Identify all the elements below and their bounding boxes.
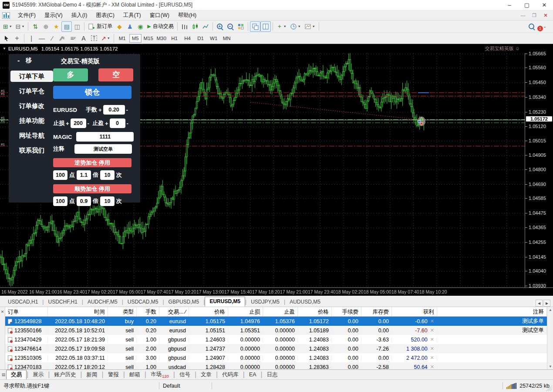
cascade-button[interactable]	[250, 21, 260, 32]
chart-tab-gbpusd-m5[interactable]: GBPUSD,M5	[164, 297, 204, 307]
new-chart-button[interactable]: ⊞▼	[1, 21, 14, 32]
close-order-icon[interactable]: ✕	[430, 328, 434, 333]
panel-minimize-button[interactable]: -	[17, 57, 20, 64]
timeframe-w1[interactable]: W1	[208, 34, 220, 43]
column-header-7[interactable]: 止盈	[263, 307, 298, 316]
notifications-button[interactable]: 1	[536, 21, 547, 32]
timeframe-m1[interactable]: M1	[116, 34, 128, 43]
chart-tab-audusd-m5[interactable]: AUDUSD,M5	[285, 297, 325, 307]
lots-minus-button[interactable]: -	[125, 107, 129, 113]
counter-times-input[interactable]	[100, 170, 115, 180]
tp-plus-button[interactable]: +	[104, 120, 110, 127]
cursor-button[interactable]	[1, 33, 12, 44]
menu-item-1[interactable]: 显示(V)	[40, 11, 67, 20]
sl-input[interactable]	[71, 118, 86, 128]
column-header-4[interactable]: 交易... ∕	[159, 307, 189, 316]
chart-tab-audchf-m5[interactable]: AUDCHF,M5	[83, 297, 122, 307]
market-watch-button[interactable]: ⇅	[30, 21, 40, 32]
close-order-icon[interactable]: ✕	[430, 364, 434, 369]
autotrade-button[interactable]: ▶自动交易	[145, 21, 175, 32]
timeframe-m30[interactable]: M30	[155, 34, 168, 43]
chart-tab-usdcad-h1[interactable]: USDCAD,H1	[3, 297, 42, 307]
line-chart-button[interactable]	[200, 21, 211, 32]
trend-points-input[interactable]	[53, 196, 67, 206]
terminal-tab-7[interactable]: 信号	[175, 370, 195, 379]
candlestick-button[interactable]	[190, 21, 200, 32]
terminal-tab-8[interactable]: 文章	[196, 370, 216, 379]
menu-item-6[interactable]: 帮助(H)	[174, 11, 201, 20]
menu-item-5[interactable]: 窗口(W)	[145, 11, 174, 20]
terminal-tab-0[interactable]: 交易	[6, 370, 27, 380]
close-button[interactable]: ✕	[536, 0, 553, 10]
periods-button[interactable]: ▼	[288, 21, 303, 32]
trend-times-input[interactable]	[100, 196, 115, 206]
vline-button[interactable]: |	[26, 33, 37, 44]
chart-close-button[interactable]: ✕	[540, 11, 551, 19]
sl-minus-button[interactable]: -	[86, 120, 91, 127]
column-header-9[interactable]: 手续费	[332, 307, 361, 316]
terminal-tab-6[interactable]: 市场120	[146, 370, 173, 379]
sounds-button[interactable]: ◉	[135, 21, 145, 32]
tp-input[interactable]	[110, 118, 125, 128]
order-row[interactable]: 1234704292022.05.17 18:21:39sell1.00gbpu…	[5, 335, 547, 344]
trend-mult-input[interactable]	[77, 196, 91, 206]
data-window-button[interactable]: ◫	[72, 21, 82, 32]
lots-plus-button[interactable]: +	[97, 107, 103, 113]
profiles-button[interactable]: ⊟▼	[14, 21, 27, 32]
close-order-icon[interactable]: ✕	[430, 337, 434, 342]
column-header-2[interactable]: 类型	[108, 307, 137, 316]
terminal-close-button[interactable]: ✕	[0, 307, 5, 314]
chart-tab-usdcad-m5[interactable]: USDCAD,M5	[123, 297, 163, 307]
lots-input[interactable]	[103, 105, 125, 115]
order-row[interactable]: 1235498282022.05.18 10:48:20buy0.20eurus…	[5, 317, 547, 326]
panel-menu-2[interactable]: 订单修改	[10, 100, 53, 112]
timeframe-h1[interactable]: H1	[169, 34, 181, 43]
order-row[interactable]: 1235501662022.05.18 10:52:01sell0.20euru…	[5, 326, 547, 335]
status-profile[interactable]: Default	[159, 382, 212, 390]
scroll-down-icon[interactable]: ▼	[549, 365, 552, 368]
column-header-5[interactable]: 价格	[189, 307, 228, 316]
menu-item-2[interactable]: 插入(I)	[67, 11, 92, 20]
search-button[interactable]	[526, 21, 536, 32]
terminal-scrollbar[interactable]: ▲ ▼	[547, 307, 553, 369]
chart-tab-eurusd-m5[interactable]: EURUSD,M5	[205, 297, 245, 307]
timeframe-h4[interactable]: H4	[182, 34, 194, 43]
comment-input[interactable]	[74, 144, 132, 154]
terminal-tab-4[interactable]: 警报	[104, 370, 123, 379]
crosshair-tool-button[interactable]: +	[12, 33, 22, 44]
community-button[interactable]: ♟	[125, 21, 135, 32]
buy-button[interactable]: 多	[53, 68, 88, 81]
timeframe-d1[interactable]: D1	[195, 34, 207, 43]
column-header-12[interactable]: 注释	[437, 307, 547, 316]
crosshair-mode-button[interactable]: ⊕	[40, 21, 51, 32]
order-row[interactable]: 1235103052022.05.18 03:37:11sell3.00gbpu…	[5, 353, 547, 362]
chart-tab-usdjpy-m5[interactable]: USDJPY,M5	[246, 297, 284, 307]
hline-button[interactable]: —	[37, 33, 47, 44]
sl-plus-button[interactable]: +	[64, 120, 71, 127]
timeframe-m15[interactable]: M15	[142, 34, 155, 43]
zoom-out-button[interactable]: −	[225, 21, 236, 32]
tp-minus-button[interactable]: -	[125, 120, 130, 127]
chart-minimize-button[interactable]: —	[517, 11, 529, 19]
resize-grip[interactable]	[546, 385, 552, 391]
templates-button[interactable]: ▼	[303, 21, 317, 32]
tile-windows-button[interactable]	[236, 21, 246, 32]
panel-menu-1[interactable]: 订单平仓	[10, 85, 53, 97]
tab-scroll-left-icon[interactable]: ◀	[536, 300, 543, 307]
terminal-tab-11[interactable]: 日志	[263, 370, 282, 379]
panel-menu-3[interactable]: 挂单功能	[10, 115, 53, 126]
text-button[interactable]: A	[78, 33, 89, 44]
magic-input[interactable]	[76, 132, 134, 142]
maximize-button[interactable]: ▢	[518, 0, 536, 10]
terminal-tab-10[interactable]: EA	[245, 371, 261, 378]
chart-tab-usdchf-h1[interactable]: USDCHF,H1	[44, 297, 81, 307]
order-row[interactable]: 1234766142022.05.17 19:09:58sell2.00gbpu…	[5, 344, 547, 353]
fibonacci-button[interactable]: ≡F	[68, 33, 78, 44]
panel-menu-5[interactable]: 联系我们	[10, 145, 53, 156]
label-button[interactable]: T	[89, 33, 99, 44]
timeframe-mn[interactable]: MN	[221, 34, 233, 43]
column-header-1[interactable]: 时间	[48, 307, 108, 316]
new-order-button[interactable]: 新订单	[86, 21, 114, 32]
scroll-up-icon[interactable]: ▲	[549, 308, 552, 312]
menu-item-3[interactable]: 图表(C)	[91, 11, 118, 20]
